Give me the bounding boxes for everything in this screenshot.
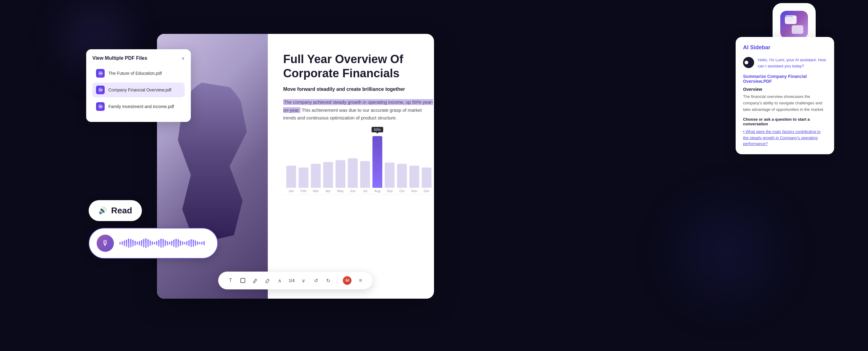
wave-bar [186, 241, 187, 245]
wave-bar [165, 240, 166, 246]
wave-bar [145, 238, 147, 248]
chart-bar-group: Mar [311, 164, 321, 193]
wave-bar [137, 242, 138, 245]
svg-text:PDF: PDF [99, 89, 103, 91]
wave-bar [178, 239, 179, 247]
ai-suggestion-link[interactable]: What were the main factors contributing … [743, 129, 827, 147]
read-label: Read [111, 206, 132, 215]
wave-bar [171, 241, 173, 246]
ai-sidebar-title: AI Sidebar [743, 44, 827, 51]
audio-avatar: 🎙 [97, 235, 114, 252]
chart-month-label: May [337, 189, 344, 193]
chart-bar-group: Oct [397, 164, 407, 193]
undo-icon[interactable]: ↺ [312, 277, 319, 284]
wave-bar [167, 241, 168, 245]
chart-bar[interactable]: 50% [372, 136, 382, 188]
ai-avatar [743, 57, 754, 68]
pdf-file-item-3[interactable]: PDF Family Investment and income.pdf [92, 99, 185, 114]
chart-bar[interactable] [323, 162, 333, 188]
chart-bar[interactable] [299, 168, 308, 188]
chart-bar[interactable] [409, 166, 419, 188]
svg-text:PDF: PDF [99, 72, 103, 75]
pdf-file-name-1: The Future of Education.pdf [108, 71, 162, 76]
wave-bar [173, 239, 175, 247]
chart-month-label: Oct [399, 189, 404, 193]
shape-tool-icon[interactable] [240, 277, 246, 284]
ai-badge[interactable]: AI [343, 276, 351, 285]
wave-bar [132, 240, 133, 246]
pdf-dropdown-card: View Multiple PDF Files ∨ PDF The Future… [86, 49, 191, 122]
pdf-toolbar: T ∧ 1/4 ∨ ↺ ↻ AI ≡ [218, 271, 373, 289]
wave-bar [119, 242, 121, 244]
redo-icon[interactable]: ↻ [325, 277, 332, 284]
ai-overview-text: The financial overview showcases the com… [743, 94, 827, 113]
wave-bar [201, 242, 203, 245]
ai-cta-title: Choose or ask a question to start a conv… [743, 117, 827, 126]
menu-icon[interactable]: ≡ [357, 277, 364, 284]
wave-bar [128, 239, 129, 248]
svg-rect-5 [786, 20, 793, 21]
chart-bar-group: Jun [348, 158, 358, 193]
wave-bar [199, 242, 200, 244]
pdf-file-item-1[interactable]: PDF The Future of Education.pdf [92, 66, 185, 81]
svg-rect-4 [786, 19, 795, 19]
chart-bar[interactable] [286, 166, 296, 188]
chevron-down-icon[interactable]: ∨ [182, 56, 185, 61]
wave-bar [148, 239, 149, 247]
pdf-icon-1: PDF [96, 69, 105, 78]
pdf-subtitle: Move forward steadily and create brillia… [283, 87, 434, 92]
ai-sidebar-card: AI Sidebar Hello, I'm Lumi, your AI assi… [736, 37, 834, 154]
pdf-title: Full Year Overview Of Corporate Financia… [283, 52, 434, 80]
wave-bar [126, 239, 127, 247]
audio-waveform [119, 238, 210, 248]
chart-bar[interactable] [336, 160, 345, 188]
chart-bar-group: 50%Aug [372, 136, 382, 193]
wave-bar [156, 241, 157, 245]
chart-bar[interactable] [360, 161, 370, 187]
speaker-icon: 🔊 [98, 207, 107, 214]
chat-icon [783, 14, 805, 35]
toolbar-divider [337, 277, 337, 284]
chart-bar[interactable] [311, 164, 321, 188]
chart-bars-container: JanFebMarAprMayJunJul50%AugSepOctNovDec [283, 131, 434, 193]
wave-bar [154, 242, 155, 244]
wave-bar [176, 239, 177, 248]
chart-bar-group: Sep [385, 163, 395, 193]
eraser-tool-icon[interactable] [264, 277, 271, 284]
next-page-icon[interactable]: ∨ [300, 277, 307, 284]
pdf-file-item-2[interactable]: PDF Company Financial Overview.pdf [92, 83, 185, 97]
pen-tool-icon[interactable] [252, 277, 258, 284]
svg-rect-7 [793, 27, 801, 27]
page-indicator: 1/4 [289, 278, 294, 283]
svg-line-17 [256, 279, 257, 280]
wave-bar [204, 241, 205, 245]
microphone-icon: 🎙 [101, 239, 109, 247]
chart-bar[interactable] [385, 163, 395, 188]
ai-summarize-title[interactable]: Summarize Company Financial Overview.PDF [743, 74, 827, 84]
wave-bar [158, 240, 159, 246]
read-button[interactable]: 🔊 Read [89, 200, 142, 221]
chart-bar[interactable] [397, 164, 407, 188]
prev-page-icon[interactable]: ∧ [276, 277, 283, 284]
wave-bar [122, 241, 123, 245]
wave-bar [139, 241, 140, 245]
chart-bar-group: May [336, 160, 345, 193]
chart-month-label: Dec [424, 189, 430, 193]
chart-bar[interactable] [348, 158, 358, 188]
pdf-file-name-2: Company Financial Overview.pdf [108, 87, 172, 92]
wave-bar [193, 239, 194, 247]
wave-bar [162, 239, 164, 247]
chart-bar-group: Jul [360, 161, 370, 193]
wave-bar [184, 242, 185, 244]
wave-bar [195, 240, 196, 246]
chart-month-label: Nov [411, 189, 417, 193]
wave-bar [169, 242, 170, 245]
wave-bar [150, 240, 151, 246]
ai-overview-title: Overview [743, 87, 827, 92]
chart-bar[interactable] [422, 168, 432, 188]
svg-rect-3 [788, 16, 793, 17]
text-tool-icon[interactable]: T [227, 277, 234, 284]
chart-month-label: Apr [326, 189, 331, 193]
chart-tooltip: 50% [372, 127, 383, 133]
svg-rect-6 [792, 25, 803, 34]
